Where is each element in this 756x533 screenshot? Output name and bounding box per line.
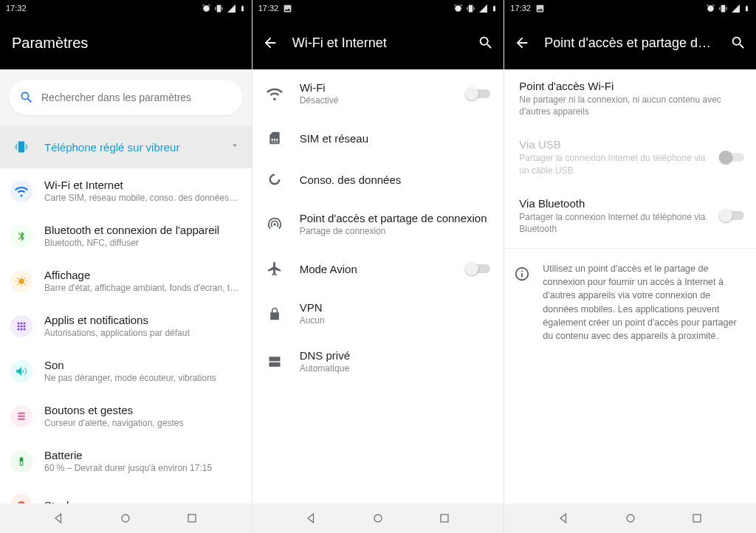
signal-icon <box>227 4 236 13</box>
bt-toggle[interactable] <box>719 209 744 222</box>
row-sub: Aucun <box>300 315 491 326</box>
signal-icon <box>478 4 488 13</box>
row-sub: Curseur d'alerte, navigation, gestes <box>44 418 240 428</box>
hotspot-body[interactable]: Point d'accès Wi-FiNe partager ni la con… <box>504 69 756 533</box>
nav-recent[interactable] <box>690 511 704 526</box>
row-buttons-gestures[interactable]: Boutons et gestesCurseur d'alerte, navig… <box>0 393 252 439</box>
back-button[interactable] <box>261 34 279 52</box>
row-display[interactable]: AffichageBarre d'état, affichage ambiant… <box>0 258 252 303</box>
chevron-down-icon <box>230 140 240 154</box>
datausage-icon <box>266 171 284 188</box>
row-title: Point d'accès et partage de connexion <box>300 212 491 224</box>
row-wifi[interactable]: Wi-FiDésactivé <box>252 69 504 117</box>
status-bar: 17:32 <box>252 0 504 16</box>
navigation-bar <box>0 503 756 533</box>
vibrate-icon <box>14 140 29 154</box>
sound-icon <box>15 365 28 378</box>
row-title: VPN <box>300 301 491 314</box>
row-hotspot[interactable]: Point d'accès et partage de connexionPar… <box>252 200 504 248</box>
settings-body[interactable]: Téléphone réglé sur vibreur Wi-Fi et Int… <box>0 69 252 533</box>
nav-back[interactable] <box>557 511 571 526</box>
row-sub: Bluetooth, NFC, diffuser <box>44 238 240 248</box>
row-apps-notif[interactable]: Applis et notificationsAutorisations, ap… <box>0 303 252 348</box>
pane-wifi-internet: 17:32 Wi-Fi et Internet Wi-FiDésactivé <box>252 0 504 533</box>
wifi-icon <box>15 185 28 198</box>
row-title: DNS privé <box>300 349 491 362</box>
nav-recent[interactable] <box>437 511 452 526</box>
row-title: Affichage <box>44 269 240 281</box>
row-title: Boutons et gestes <box>44 404 240 416</box>
vpn-icon <box>266 305 284 323</box>
hotspot-icon <box>266 216 284 233</box>
row-bt-tether[interactable]: Via BluetoothPartager la connexion Inter… <box>504 187 756 245</box>
row-wifi-hotspot[interactable]: Point d'accès Wi-FiNe partager ni la con… <box>504 69 756 128</box>
row-title: Son <box>44 359 240 371</box>
row-title: Wi-Fi et Internet <box>44 179 240 191</box>
search-input[interactable] <box>41 92 233 103</box>
row-data-usage[interactable]: Conso. des données <box>252 159 504 200</box>
signal-icon <box>731 4 740 13</box>
back-button[interactable] <box>513 34 531 52</box>
row-airplane[interactable]: Mode Avion <box>252 248 504 289</box>
search-button[interactable] <box>477 34 495 52</box>
search-icon <box>19 90 34 105</box>
battery-icon <box>491 4 498 13</box>
usb-toggle <box>719 151 744 164</box>
nav-home[interactable] <box>623 511 638 526</box>
row-sub: Désactivé <box>300 95 450 106</box>
separator <box>504 248 756 249</box>
wifi-toggle[interactable] <box>465 87 490 100</box>
row-title: Batterie <box>44 449 240 461</box>
pane-hotspot-tether: 17:32 Point d'accès et partage de conne…… <box>504 0 756 533</box>
bluetooth-icon <box>16 230 27 242</box>
airplane-toggle[interactable] <box>465 262 490 275</box>
status-time: 17:32 <box>6 4 27 13</box>
row-dns[interactable]: DNS privéAutomatique <box>252 337 504 385</box>
airplane-icon <box>266 260 284 278</box>
row-phone-vibrate[interactable]: Téléphone réglé sur vibreur <box>0 125 252 168</box>
row-battery[interactable]: Batterie60 % – Devrait durer jusqu'à env… <box>0 439 252 484</box>
nav-back[interactable] <box>304 511 319 526</box>
row-sim[interactable]: SIM et réseau <box>252 117 504 159</box>
page-title: Paramètres <box>9 35 243 52</box>
row-sub: 60 % – Devrait durer jusqu'à environ 17:… <box>44 463 240 473</box>
vibrate-icon <box>718 4 728 13</box>
nav-home[interactable] <box>371 511 385 526</box>
row-sub: Partage de connexion <box>300 226 491 236</box>
row-label: Téléphone réglé sur vibreur <box>44 141 218 154</box>
row-bluetooth[interactable]: Bluetooth et connexion de l'appareilBlue… <box>0 213 252 258</box>
page-title: Wi-Fi et Internet <box>292 35 464 51</box>
sim-icon <box>266 129 284 147</box>
row-vpn[interactable]: VPNAucun <box>252 289 504 337</box>
pane-settings-root: 17:32 Paramètres Téléphone réglé sur vib… <box>0 0 252 533</box>
image-icon <box>535 4 545 13</box>
wifi-icon <box>266 85 284 103</box>
brightness-icon <box>15 275 28 288</box>
image-icon <box>283 4 292 13</box>
row-title: SIM et réseau <box>300 132 491 145</box>
row-title: Applis et notifications <box>44 314 240 326</box>
battery-icon <box>16 455 27 468</box>
wifi-body[interactable]: Wi-FiDésactivé SIM et réseau Conso. des … <box>252 69 504 533</box>
status-bar: 17:32 <box>504 0 756 16</box>
search-button[interactable] <box>729 34 747 52</box>
alarm-icon <box>202 4 211 13</box>
row-sub: Barre d'état, affichage ambiant, fonds d… <box>44 283 240 293</box>
nav-home[interactable] <box>118 511 133 526</box>
row-title: Via USB <box>519 138 709 151</box>
row-sound[interactable]: SonNe pas déranger, mode écouteur, vibra… <box>0 348 252 393</box>
alarm-icon <box>453 4 463 13</box>
row-title: Bluetooth et connexion de l'appareil <box>44 224 240 236</box>
vibrate-icon <box>214 4 224 13</box>
info-text: Utilisez un point d'accès et le partage … <box>543 262 744 343</box>
dns-icon <box>266 353 284 371</box>
appbar-wifi: Wi-Fi et Internet <box>252 16 504 69</box>
apps-icon <box>16 320 27 332</box>
alarm-icon <box>706 4 715 13</box>
page-title: Point d'accès et partage de conne… <box>544 35 716 51</box>
row-wifi-internet[interactable]: Wi-Fi et InternetCarte SIM, réseau mobil… <box>0 168 252 213</box>
nav-back[interactable] <box>52 511 66 526</box>
appbar-settings: Paramètres <box>0 16 252 69</box>
nav-recent[interactable] <box>185 511 199 526</box>
search-settings[interactable] <box>9 80 243 115</box>
